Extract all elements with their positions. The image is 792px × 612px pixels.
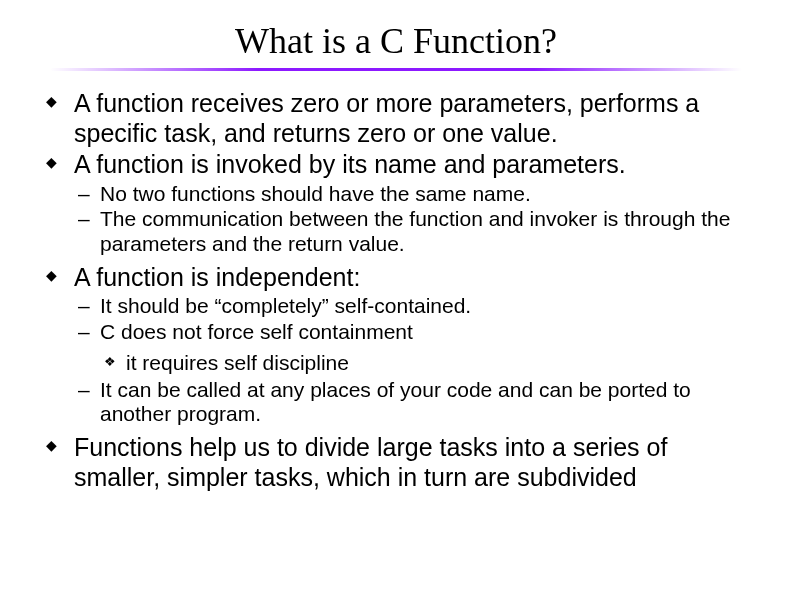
- bullet-text: it requires self discipline: [126, 351, 349, 374]
- sub-bullet-item: It should be “completely” self-contained…: [74, 294, 752, 319]
- bullet-item: Functions help us to divide large tasks …: [40, 433, 752, 492]
- sub-bullet-item: No two functions should have the same na…: [74, 182, 752, 207]
- sub-sub-bullet-list: it requires self discipline: [100, 351, 752, 376]
- sub-bullet-item: The communication between the function a…: [74, 207, 752, 257]
- bullet-item: A function is invoked by its name and pa…: [40, 150, 752, 180]
- bullet-item: A function is independent:: [40, 263, 752, 293]
- bullet-list: Functions help us to divide large tasks …: [40, 433, 752, 492]
- sub-bullet-list: It should be “completely” self-contained…: [74, 294, 752, 345]
- bullet-text: C does not force self containment: [100, 320, 413, 343]
- sub-sub-bullet-item: it requires self discipline: [100, 351, 752, 376]
- sub-bullet-item: C does not force self containment: [74, 320, 752, 345]
- bullet-text: A function receives zero or more paramet…: [74, 89, 699, 147]
- bullet-text: No two functions should have the same na…: [100, 182, 531, 205]
- bullet-text: It can be called at any places of your c…: [100, 378, 691, 426]
- bullet-text: A function is invoked by its name and pa…: [74, 150, 626, 178]
- bullet-list: A function is independent:: [40, 263, 752, 293]
- sub-bullet-list: It can be called at any places of your c…: [74, 378, 752, 428]
- bullet-text: Functions help us to divide large tasks …: [74, 433, 667, 491]
- bullet-item: A function receives zero or more paramet…: [40, 89, 752, 148]
- sub-bullet-list: No two functions should have the same na…: [74, 182, 752, 257]
- bullet-text: The communication between the function a…: [100, 207, 730, 255]
- bullet-text: A function is independent:: [74, 263, 360, 291]
- bullet-text: It should be “completely” self-contained…: [100, 294, 471, 317]
- title-underline: [50, 68, 742, 71]
- slide-title: What is a C Function?: [40, 20, 752, 62]
- bullet-list: A function receives zero or more paramet…: [40, 89, 752, 180]
- sub-bullet-item: It can be called at any places of your c…: [74, 378, 752, 428]
- slide: What is a C Function? A function receive…: [0, 0, 792, 612]
